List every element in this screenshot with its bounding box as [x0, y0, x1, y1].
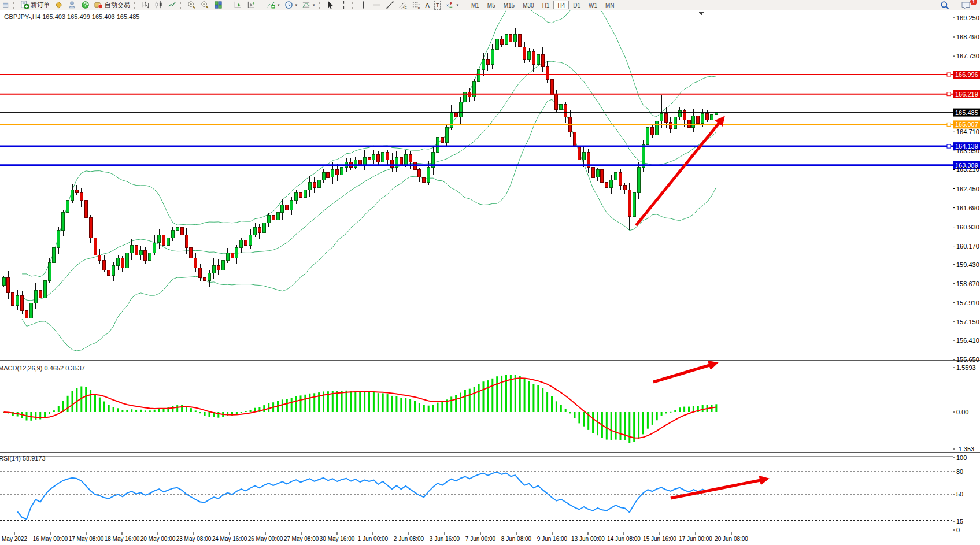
- trend-arrow-rsi[interactable]: [671, 479, 766, 498]
- trendline-icon: [386, 1, 394, 9]
- mt4-window: 新订单 自动交易: [0, 0, 980, 545]
- zoom-in-icon: [187, 1, 196, 9]
- toolbar-grip: [13, 2, 16, 9]
- fibonacci-button[interactable]: F: [410, 1, 423, 10]
- time-tick-label: 8 Jun 08:00: [501, 536, 532, 542]
- timeframe-m15[interactable]: M15: [500, 1, 519, 9]
- text-icon: A: [426, 1, 430, 9]
- chevron-down-icon: ▾: [295, 3, 298, 8]
- tile-windows-button[interactable]: [212, 1, 225, 10]
- timeframe-w1[interactable]: W1: [585, 1, 601, 9]
- price-tick-label: 163.950: [956, 147, 979, 154]
- chevron-down-icon: ▾: [456, 3, 458, 8]
- time-tick-label: 14 Jun 08:00: [607, 536, 641, 542]
- bars-chart-button[interactable]: [139, 1, 152, 10]
- line-handle[interactable]: [947, 92, 951, 96]
- toolbar-grip: [463, 2, 465, 9]
- templates-icon: [302, 1, 310, 9]
- time-tick-label: 3 Jun 16:00: [430, 536, 460, 542]
- timeframe-mn[interactable]: MN: [601, 1, 619, 9]
- rsi-indicator-label: RSI(14) 58.9173: [0, 455, 46, 462]
- trendline-button[interactable]: [383, 1, 397, 10]
- new-order-label: 新订单: [31, 1, 50, 9]
- toolbar: 新订单 自动交易: [0, 0, 980, 10]
- signal-button[interactable]: [79, 1, 92, 10]
- notification-badge: 1: [970, 0, 977, 5]
- timeframe-h4[interactable]: H4: [553, 1, 569, 9]
- time-axis: May 202216 May 00:0017 May 08:0018 May 1…: [2, 532, 748, 542]
- time-tick-label: 20 Jun 08:00: [715, 536, 748, 542]
- price-tick-label: 156.410: [956, 337, 979, 344]
- price-tick-label: 155.650: [956, 356, 979, 363]
- zoom-out-icon: [201, 1, 209, 9]
- timeframe-m5[interactable]: M5: [483, 1, 500, 9]
- rsi-tick-label: 15: [956, 518, 963, 525]
- cursor-button[interactable]: [324, 1, 337, 10]
- chart-shift-button[interactable]: [245, 1, 258, 10]
- line-handle[interactable]: [947, 123, 951, 126]
- time-tick-label: 18 May 16:00: [105, 536, 140, 542]
- line-handle[interactable]: [947, 73, 951, 76]
- price-level-badge-label: 166.996: [955, 71, 978, 78]
- line-handle[interactable]: [947, 144, 951, 148]
- periods-clock-button[interactable]: ▾: [282, 1, 300, 10]
- channel-button[interactable]: E: [397, 1, 410, 10]
- time-tick-label: 16 May 00:00: [33, 536, 68, 542]
- candlestick-chart-icon: [154, 1, 163, 9]
- crosshair-button[interactable]: [337, 1, 350, 10]
- vertical-line-icon: [359, 1, 368, 9]
- price-tick-label: 160.930: [956, 224, 979, 231]
- trend-arrow-macd[interactable]: [653, 364, 715, 382]
- toolbar-right: 1: [938, 1, 980, 10]
- vertical-line-button[interactable]: [357, 1, 370, 10]
- search-icon: [940, 1, 949, 10]
- price-tick-label: 157.910: [956, 299, 979, 306]
- timeframe-m30[interactable]: M30: [519, 1, 538, 9]
- tile-windows-icon: [214, 1, 223, 9]
- chart-shift-marker[interactable]: [698, 12, 704, 16]
- macd-indicator-label: MACD(12,26,9) 0.4652 0.3537: [0, 365, 85, 372]
- timeframe-m1[interactable]: M1: [467, 1, 483, 9]
- macd-tick-label: 1.5593: [956, 364, 976, 371]
- styles-button[interactable]: [52, 1, 65, 10]
- timeframe-h1[interactable]: H1: [538, 1, 554, 9]
- time-tick-label: 9 Jun 16:00: [537, 536, 568, 542]
- bollinger-bands: [22, 0, 716, 351]
- text-label-button[interactable]: T: [432, 1, 443, 10]
- text-label-icon: T: [434, 1, 441, 10]
- rsi-tick-label: 0: [956, 527, 960, 533]
- add-indicator-icon: [267, 1, 275, 9]
- profile-icon: [68, 1, 76, 9]
- timeframe-d1[interactable]: D1: [569, 1, 585, 9]
- candlestick-chart-button[interactable]: [152, 1, 165, 10]
- notifications-button[interactable]: 1: [959, 1, 973, 10]
- search-button[interactable]: [938, 1, 952, 10]
- autotrade-button[interactable]: 自动交易: [92, 1, 132, 10]
- chart-canvas[interactable]: 166.996166.219165.485165.007164.139163.3…: [0, 0, 980, 545]
- zoom-out-button[interactable]: [198, 1, 212, 10]
- window-icon: [2, 2, 9, 9]
- profile-button[interactable]: [65, 1, 79, 10]
- time-tick-label: 2 Jun 08:00: [394, 536, 424, 542]
- toolbar-grip: [180, 2, 183, 9]
- window-button[interactable]: [0, 1, 12, 10]
- price-tick-label: 167.730: [956, 53, 979, 60]
- chevron-down-icon: ▾: [278, 3, 280, 8]
- zoom-in-button[interactable]: [185, 1, 198, 10]
- line-chart-button[interactable]: [165, 1, 179, 10]
- shapes-button[interactable]: ▾: [443, 1, 461, 10]
- new-order-button[interactable]: 新订单: [18, 1, 52, 10]
- chart-forward-button[interactable]: [231, 1, 245, 10]
- templates-button[interactable]: ▾: [299, 1, 317, 10]
- price-tick-label: 161.690: [956, 205, 979, 212]
- text-button[interactable]: A: [423, 1, 432, 10]
- time-tick-label: 15 Jun 16:00: [643, 536, 676, 542]
- time-tick-label: 7 Jun 00:00: [465, 536, 496, 542]
- chart-frame: [0, 10, 980, 532]
- add-indicator-button[interactable]: ▾: [264, 1, 282, 10]
- horizontal-line-button[interactable]: [370, 1, 383, 10]
- price-level-badge-label: 166.219: [955, 91, 978, 98]
- line-chart-icon: [168, 1, 176, 9]
- chart-title: GBPJPY-,H4 165.403 165.499 165.403 165.4…: [4, 13, 139, 20]
- rsi-panel: [0, 457, 953, 521]
